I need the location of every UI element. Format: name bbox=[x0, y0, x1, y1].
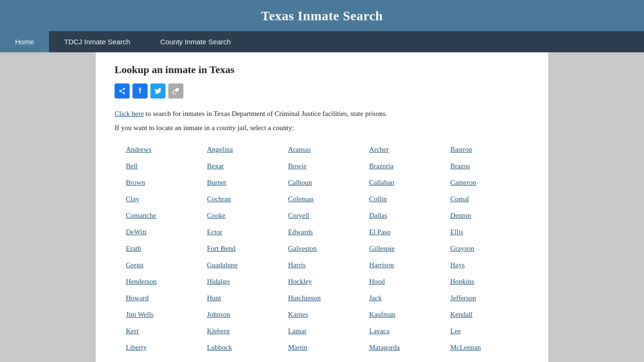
county-link[interactable]: Erath bbox=[124, 240, 205, 257]
main-nav: Home TDCJ Inmate Search County Inmate Se… bbox=[0, 31, 644, 52]
county-link[interactable]: Brazoria bbox=[367, 158, 448, 174]
county-link[interactable]: Hunt bbox=[205, 290, 286, 306]
county-link[interactable]: DeWitt bbox=[124, 224, 205, 240]
page-title: Lookup an inmate in Texas bbox=[115, 64, 529, 76]
county-link[interactable]: Hopkins bbox=[448, 273, 529, 290]
county-link[interactable]: Matagorda bbox=[367, 339, 448, 356]
county-link[interactable]: Hays bbox=[448, 257, 529, 273]
county-link[interactable]: Harris bbox=[286, 257, 367, 273]
county-link[interactable]: Hockley bbox=[286, 273, 367, 290]
county-link[interactable]: Hidalgo bbox=[205, 273, 286, 290]
nav-home[interactable]: Home bbox=[0, 31, 49, 52]
county-link[interactable]: Cochran bbox=[205, 191, 286, 207]
county-link[interactable]: Clay bbox=[124, 191, 205, 207]
county-link[interactable]: Bell bbox=[124, 158, 205, 174]
county-link[interactable]: Brown bbox=[124, 174, 205, 191]
site-title: Texas Inmate Search bbox=[0, 8, 644, 24]
county-link[interactable]: Angelina bbox=[205, 141, 286, 158]
county-link[interactable]: Ector bbox=[205, 224, 286, 240]
county-link[interactable]: Coryell bbox=[286, 207, 367, 224]
county-link[interactable]: Grayson bbox=[448, 240, 529, 257]
county-link[interactable]: Jack bbox=[367, 290, 448, 306]
county-link[interactable]: Howard bbox=[124, 290, 205, 306]
county-link[interactable]: Fort Bend bbox=[205, 240, 286, 257]
county-link[interactable]: Lavaca bbox=[367, 323, 448, 339]
county-link[interactable]: Edwards bbox=[286, 224, 367, 240]
county-link[interactable]: Gregg bbox=[124, 257, 205, 273]
site-header: Texas Inmate Search bbox=[0, 0, 644, 31]
main-content: Lookup an inmate in Texas f Click here t… bbox=[96, 52, 548, 362]
county-link[interactable]: Burnet bbox=[205, 174, 286, 191]
county-link[interactable]: Johnson bbox=[205, 306, 286, 323]
county-link[interactable]: Bowie bbox=[286, 158, 367, 174]
county-link[interactable]: Lamar bbox=[286, 323, 367, 339]
nav-county[interactable]: County Inmate Search bbox=[145, 31, 246, 52]
county-link[interactable]: Denton bbox=[448, 207, 529, 224]
county-link[interactable]: Cooke bbox=[205, 207, 286, 224]
description-text: Click here to search for inmates in Texa… bbox=[115, 108, 529, 119]
copy-link-icon[interactable] bbox=[168, 83, 183, 99]
county-link[interactable]: Bastrop bbox=[448, 141, 529, 158]
county-link[interactable]: Comal bbox=[448, 191, 529, 207]
county-link[interactable]: Kerr bbox=[124, 323, 205, 339]
county-link[interactable]: Martin bbox=[286, 339, 367, 356]
county-link[interactable]: Cameron bbox=[448, 174, 529, 191]
nav-tdcj[interactable]: TDCJ Inmate Search bbox=[49, 31, 145, 52]
county-link[interactable]: Harrison bbox=[367, 257, 448, 273]
county-link[interactable]: Archer bbox=[367, 141, 448, 158]
county-link[interactable]: Gillespie bbox=[367, 240, 448, 257]
description-suffix: to search for inmates in Texas Departmen… bbox=[144, 110, 387, 117]
county-link[interactable]: Aransas bbox=[286, 141, 367, 158]
tdcj-link[interactable]: Click here bbox=[115, 110, 144, 117]
county-link[interactable]: Lubbock bbox=[205, 339, 286, 356]
county-link[interactable]: Karnes bbox=[286, 306, 367, 323]
county-link[interactable]: Kaufman bbox=[367, 306, 448, 323]
county-link[interactable]: Hood bbox=[367, 273, 448, 290]
county-link[interactable]: Jim Wells bbox=[124, 306, 205, 323]
county-link[interactable]: Bexar bbox=[205, 158, 286, 174]
county-link[interactable]: Guadalupe bbox=[205, 257, 286, 273]
county-link[interactable]: Collin bbox=[367, 191, 448, 207]
county-link[interactable]: Kendall bbox=[448, 306, 529, 323]
county-link[interactable]: Brazos bbox=[448, 158, 529, 174]
county-link[interactable]: Jefferson bbox=[448, 290, 529, 306]
select-county-text: If you want to locate an inmate in a cou… bbox=[115, 124, 529, 132]
county-link[interactable]: Coleman bbox=[286, 191, 367, 207]
county-grid: AndrewsAngelinaAransasArcherBastropBellB… bbox=[124, 141, 529, 356]
county-link[interactable]: Hutchinson bbox=[286, 290, 367, 306]
county-link[interactable]: Comanche bbox=[124, 207, 205, 224]
county-link[interactable]: Andrews bbox=[124, 141, 205, 158]
facebook-icon[interactable]: f bbox=[132, 83, 148, 99]
county-link[interactable]: Dallas bbox=[367, 207, 448, 224]
county-link[interactable]: Ellis bbox=[448, 224, 529, 240]
twitter-icon[interactable] bbox=[150, 83, 165, 99]
county-link[interactable]: Liberty bbox=[124, 339, 205, 356]
county-link[interactable]: Galveston bbox=[286, 240, 367, 257]
county-link[interactable]: Henderson bbox=[124, 273, 205, 290]
county-link[interactable]: Calhoun bbox=[286, 174, 367, 191]
share-icon[interactable] bbox=[115, 83, 130, 99]
county-link[interactable]: Kleberg bbox=[205, 323, 286, 339]
county-link[interactable]: Callahan bbox=[367, 174, 448, 191]
county-link[interactable]: Lee bbox=[448, 323, 529, 339]
county-link[interactable]: McLennan bbox=[448, 339, 529, 356]
county-link[interactable]: El Paso bbox=[367, 224, 448, 240]
social-icons-bar: f bbox=[115, 83, 529, 99]
